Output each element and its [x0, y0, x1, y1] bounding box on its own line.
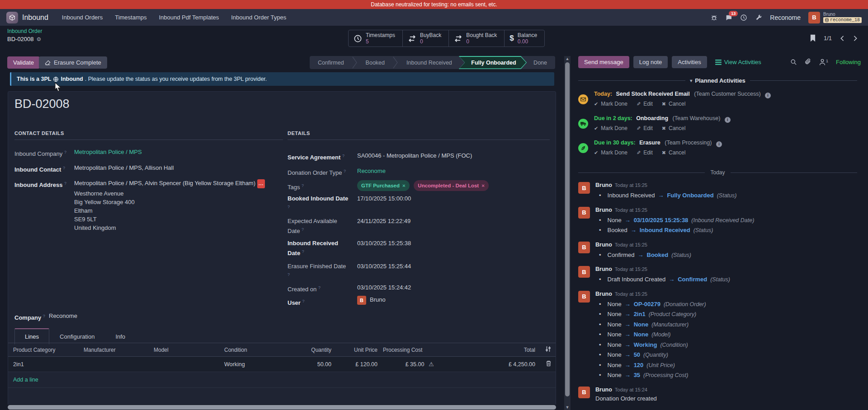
cell-product-category[interactable]: 2in1 — [13, 361, 84, 368]
log-note-button[interactable]: Log note — [633, 56, 668, 68]
inbound-company-value[interactable]: Metropolitan Police / MPS — [74, 148, 142, 156]
status-fully-onboarded-active[interactable]: Fully Onboarded — [459, 56, 527, 69]
buyback-smart-button[interactable]: BuyBack 0 — [402, 30, 448, 47]
mark-done-button[interactable]: Mark Done — [594, 123, 627, 133]
cancel-activity-button[interactable]: Cancel — [662, 148, 686, 158]
col-processing-cost[interactable]: Processing Cost — [377, 347, 434, 353]
status-done[interactable]: Done — [525, 56, 555, 69]
optional-columns-icon[interactable] — [535, 346, 552, 354]
address-alert-badge[interactable]: ... — [257, 179, 265, 188]
cancel-activity-button[interactable]: Cancel — [662, 99, 686, 109]
edit-activity-button[interactable]: Edit — [637, 99, 653, 109]
erasure-finished-date-value[interactable]: 03/10/2025 15:25:44 — [357, 262, 411, 270]
info-icon[interactable]: i — [716, 141, 722, 147]
edit-activity-button[interactable]: Edit — [637, 123, 653, 133]
activities-clock-icon[interactable] — [740, 14, 747, 21]
attachments-icon[interactable] — [805, 58, 811, 65]
app-name[interactable]: Inbound — [22, 14, 48, 22]
inbound-contact-value[interactable]: Metropolitan Police / MPS, Allison Hall — [74, 164, 174, 172]
user-value[interactable]: BBruno — [357, 296, 386, 305]
message-author[interactable]: Bruno — [595, 242, 612, 248]
cancel-activity-button[interactable]: Cancel — [662, 123, 686, 133]
tag-uncompleted-deal-lost[interactable]: Uncompleted - Deal Lost — [414, 180, 489, 191]
tab-configuration[interactable]: Configuration — [49, 329, 105, 345]
nav-timestamps[interactable]: Timestamps — [115, 14, 146, 21]
cell-unit-price[interactable]: £ 120.00 — [331, 361, 377, 368]
prev-record-button[interactable] — [840, 35, 845, 42]
record-title[interactable]: BD-02008 — [14, 97, 70, 111]
inbound-received-date-value[interactable]: 03/10/2025 15:25:38 — [357, 239, 411, 247]
nav-inbound-order-types[interactable]: Inbound Order Types — [231, 14, 286, 21]
nav-inbound-orders[interactable]: Inbound Orders — [62, 14, 103, 21]
col-product-category[interactable]: Product Category — [13, 347, 84, 353]
tools-icon[interactable] — [755, 14, 762, 21]
balance-smart-button[interactable]: $ Balance 0.00 — [504, 30, 544, 47]
status-inbound-received[interactable]: Inbound Received — [398, 56, 460, 69]
remove-tag-icon[interactable] — [400, 182, 406, 190]
message-author[interactable]: Bruno — [595, 387, 612, 393]
delete-row-icon[interactable] — [535, 360, 552, 368]
bought-back-smart-button[interactable]: Bought Back 0 — [448, 30, 504, 47]
mark-done-button[interactable]: Mark Done — [594, 99, 627, 109]
edit-activity-button[interactable]: Edit — [637, 148, 653, 158]
search-messages-icon[interactable] — [790, 59, 797, 65]
status-confirmed[interactable]: Confirmed — [310, 56, 352, 69]
planned-activities-toggle[interactable]: ▾ Planned Activities — [690, 77, 745, 84]
message-author[interactable]: Bruno — [595, 266, 612, 272]
followers-button[interactable]: 1 — [819, 59, 828, 65]
activity-title[interactable]: Onboarding — [636, 115, 668, 121]
activity-title[interactable]: Erasure — [639, 140, 660, 146]
inbound-address-value[interactable]: Metropolitan Police / MPS, Alvin Spencer… — [74, 179, 265, 188]
cell-condition[interactable]: Working — [224, 361, 283, 368]
add-a-line-link[interactable]: Add a line — [8, 372, 556, 388]
activities-button[interactable]: Activities — [672, 56, 707, 68]
scrollbar-thumb[interactable] — [565, 62, 570, 396]
actions-gear-icon[interactable]: ⚙ — [37, 36, 42, 42]
app-switcher-button[interactable] — [6, 12, 18, 23]
cell-processing-cost[interactable]: £ 35.00 ⚠ — [377, 361, 434, 368]
booked-inbound-date-value[interactable]: 17/10/2025 15:00:00 — [357, 195, 411, 203]
timestamps-smart-button[interactable]: Timestamps 5 — [349, 30, 402, 47]
view-activities-link[interactable]: View Activities — [715, 59, 761, 65]
table-row[interactable]: 2in1 Working 50.00 £ 120.00 £ 35.00 ⚠ £ … — [8, 357, 556, 372]
company-value[interactable]: Reconome — [49, 312, 77, 320]
col-condition[interactable]: Condition — [224, 347, 283, 353]
scroll-up-arrow[interactable]: ▲ — [564, 56, 571, 61]
col-model[interactable]: Model — [154, 347, 224, 353]
service-agreement-value[interactable]: SA00046 - Metropolitan Police / MPS (FOC… — [357, 152, 472, 160]
horizontal-scrollbar[interactable] — [8, 405, 556, 410]
col-total[interactable]: Total — [434, 347, 535, 353]
vertical-scrollbar[interactable]: ▲ ▼ — [564, 56, 571, 410]
erasure-complete-button[interactable]: Erasure Complete — [39, 56, 107, 69]
breadcrumb-parent[interactable]: Inbound Order — [7, 28, 42, 34]
info-icon[interactable]: i — [725, 117, 731, 123]
remove-tag-icon[interactable] — [479, 182, 485, 190]
messages-icon[interactable]: 13 — [725, 14, 732, 21]
activity-title[interactable]: Send Stock Received Email — [616, 91, 690, 97]
status-booked[interactable]: Booked — [358, 56, 393, 69]
cell-quantity[interactable]: 50.00 — [283, 361, 331, 368]
company-selector[interactable]: Reconome — [770, 14, 801, 21]
tab-lines[interactable]: Lines — [14, 328, 49, 345]
donation-order-type-value[interactable]: Reconome — [357, 167, 386, 175]
expected-available-date-value[interactable]: 24/11/2025 12:22:49 — [357, 217, 410, 225]
following-button[interactable]: Following — [836, 59, 861, 65]
message-author[interactable]: Bruno — [595, 291, 612, 297]
bug-icon[interactable] — [711, 14, 717, 21]
col-unit-price[interactable]: Unit Price — [331, 347, 377, 353]
scroll-down-arrow[interactable]: ▼ — [564, 405, 571, 410]
send-message-button[interactable]: Send message — [578, 56, 629, 68]
message-author[interactable]: Bruno — [595, 182, 612, 188]
col-manufacturer[interactable]: Manufacturer — [84, 347, 154, 353]
nav-inbound-pdf-templates[interactable]: Inbound Pdf Templates — [159, 14, 219, 21]
tab-info[interactable]: Info — [105, 329, 136, 345]
message-author[interactable]: Bruno — [595, 207, 612, 213]
tag-gtf-purchased[interactable]: GTF Purchased — [357, 180, 410, 191]
next-record-button[interactable] — [853, 35, 858, 42]
col-quantity[interactable]: Quantity — [283, 347, 331, 353]
bookmark-icon[interactable] — [810, 34, 816, 42]
user-menu[interactable]: B Bruno reconome_18 — [808, 12, 862, 23]
info-icon[interactable]: i — [765, 93, 771, 98]
validate-button[interactable]: Validate — [7, 56, 40, 69]
mark-done-button[interactable]: Mark Done — [594, 148, 627, 158]
